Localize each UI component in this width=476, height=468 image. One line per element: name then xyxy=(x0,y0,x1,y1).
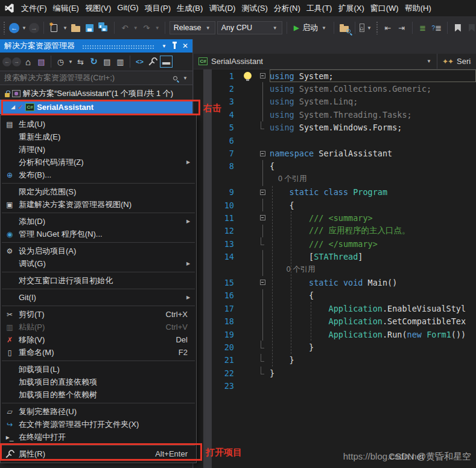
pin-icon[interactable] xyxy=(174,43,176,49)
save-all-icon[interactable] xyxy=(98,22,110,34)
fold-margin[interactable] xyxy=(255,69,270,82)
undo-dropdown[interactable]: ▼ xyxy=(133,25,138,31)
project-dropdown[interactable]: C# SerialAssistant ▼ xyxy=(194,54,437,69)
code-line-14[interactable]: 14 [STAThread] xyxy=(194,250,476,263)
new-file-icon[interactable]: ✱ xyxy=(48,22,60,34)
context-menu-item-9[interactable]: 添加(D)▶ xyxy=(1,215,196,228)
type-dropdown[interactable]: ✦✦ SerialAssistant xyxy=(437,54,476,69)
code-line-18[interactable]: 18 Application.SetCompatibleTex xyxy=(194,315,476,327)
context-menu-item-30[interactable]: ▸_在终端中打开 xyxy=(1,431,196,443)
navigate-forward-button[interactable]: → xyxy=(29,23,39,33)
codelens-row[interactable]: 0 个引用 xyxy=(194,263,476,276)
menu-item-5[interactable]: 生成(B) xyxy=(174,3,205,14)
platform-select[interactable]: Any CPU▼ xyxy=(217,21,282,34)
view-code-icon[interactable]: ⇥ xyxy=(396,22,408,34)
context-menu-item-32[interactable]: 属性(R)Alt+Enter xyxy=(1,447,196,460)
code-line-7[interactable]: 7namespace SerialAssistant xyxy=(194,147,476,159)
close-icon[interactable]: ✕ xyxy=(182,42,188,50)
menu-item-3[interactable]: Git(G) xyxy=(115,3,141,14)
context-menu-item-0[interactable]: ▤生成(U) xyxy=(1,118,196,130)
find-in-files-icon[interactable] xyxy=(338,22,351,34)
code-line-3[interactable]: 3using System.Linq; xyxy=(194,95,476,108)
context-menu-item-25[interactable]: 加载项目的直接依赖项 xyxy=(1,376,196,388)
menu-item-9[interactable]: 工具(T) xyxy=(304,3,335,14)
navigate-back-button[interactable]: ← xyxy=(9,23,19,33)
show-all-files-icon[interactable]: ▥ xyxy=(114,56,127,68)
configuration-select[interactable]: Release▼ xyxy=(170,21,215,34)
code-line-4[interactable]: 4using System.Threading.Tasks; xyxy=(194,108,476,121)
search-dropdown[interactable]: ▼ xyxy=(183,75,188,81)
explorer-back-icon[interactable]: ← xyxy=(2,57,11,66)
toggle-bookmark-icon[interactable] xyxy=(452,22,464,34)
menu-item-8[interactable]: 分析(N) xyxy=(271,3,303,14)
code-line-8[interactable]: 8{ xyxy=(194,160,476,173)
menu-item-1[interactable]: 编辑(E) xyxy=(51,3,81,14)
properties-icon[interactable] xyxy=(147,56,159,68)
code-line-22[interactable]: 22} xyxy=(194,367,476,379)
collapse-all-icon[interactable]: ▤ xyxy=(101,56,113,68)
project-node-serialassistant[interactable]: ◢ ✓ C# SerialAssistant xyxy=(0,100,192,114)
context-menu-item-28[interactable]: ▱复制完整路径(U) xyxy=(1,405,196,418)
menu-item-12[interactable]: 帮助(H) xyxy=(402,3,434,14)
solution-explorer-titlebar[interactable]: 解决方案资源管理器 ▼ ✕ xyxy=(0,39,192,53)
code-line-13[interactable]: 13 /// </summary> xyxy=(194,237,476,250)
code-line-21[interactable]: 21 } xyxy=(194,354,476,367)
prev-bookmark-icon[interactable] xyxy=(466,22,476,34)
home-icon[interactable]: ⌂ xyxy=(22,56,34,68)
context-menu-item-2[interactable]: 清理(N) xyxy=(1,143,196,156)
code-line-6[interactable]: 6 xyxy=(194,134,476,147)
comment-icon[interactable]: ?≣ xyxy=(431,22,443,34)
goto-last-edit-icon[interactable]: ⇤ xyxy=(382,22,394,34)
menu-item-10[interactable]: 扩展(X) xyxy=(335,3,366,14)
context-menu-item-7[interactable]: ▣新建解决方案资源管理器视图(N) xyxy=(1,198,196,211)
redo-dropdown[interactable]: ▼ xyxy=(155,25,160,31)
fold-margin[interactable] xyxy=(255,276,270,289)
lightbulb-icon[interactable] xyxy=(244,72,252,80)
fold-margin[interactable] xyxy=(255,147,270,159)
context-menu-item-24[interactable]: 卸载项目(L) xyxy=(1,363,196,376)
context-menu-item-20[interactable]: ▥粘贴(P)Ctrl+V xyxy=(1,321,196,333)
explorer-forward-icon[interactable]: → xyxy=(12,57,21,66)
code-area[interactable]: 1using System;2using System.Collections.… xyxy=(194,69,476,468)
context-menu-item-29[interactable]: ↪在文件资源管理器中打开文件夹(X) xyxy=(1,418,196,431)
new-file-dropdown[interactable]: ▼ xyxy=(63,25,68,31)
context-menu-item-3[interactable]: 分析和代码清理(Z)▶ xyxy=(1,156,196,168)
code-line-16[interactable]: 16 { xyxy=(194,289,476,302)
solution-node[interactable]: 解决方案“SerialAssistant”(1 个项目/共 1 个) xyxy=(0,88,192,100)
context-menu-item-22[interactable]: ▯重命名(M)F2 xyxy=(1,346,196,359)
context-menu-item-21[interactable]: ✗移除(V)Del xyxy=(1,333,196,346)
save-icon[interactable] xyxy=(84,22,96,34)
window-layout-dropdown[interactable]: ▼ xyxy=(367,25,372,31)
preview-selected-toggle[interactable]: ▬ xyxy=(160,56,173,68)
open-file-icon[interactable] xyxy=(70,22,82,34)
switch-views-icon[interactable]: ⇆ xyxy=(74,56,87,68)
refresh-icon[interactable]: ↻ xyxy=(87,56,100,68)
sync-with-active-document-icon[interactable]: ▤ xyxy=(35,56,48,68)
menu-item-7[interactable]: 测试(S) xyxy=(239,3,270,14)
filter-dropdown[interactable]: ▼ xyxy=(68,59,73,65)
redo-icon[interactable]: ↷ xyxy=(141,22,153,34)
code-line-12[interactable]: 12 /// 应用程序的主入口点。 xyxy=(194,225,476,237)
code-line-23[interactable]: 23 xyxy=(194,379,476,392)
code-line-5[interactable]: 5using System.Windows.Forms; xyxy=(194,121,476,134)
start-debug-button[interactable]: ▶ 启动 ▼ xyxy=(291,22,329,33)
menu-item-6[interactable]: 调试(D) xyxy=(206,3,238,14)
solution-search-box[interactable]: 搜索解决方案资源管理器(Ctrl+;) ▼ xyxy=(0,71,192,85)
context-menu-item-15[interactable]: 对交互窗口进行项目初始化 xyxy=(1,274,196,287)
pending-changes-filter-icon[interactable]: ◷ xyxy=(54,56,67,68)
code-line-2[interactable]: 2using System.Collections.Generic; xyxy=(194,82,476,95)
context-menu-item-19[interactable]: ✂剪切(T)Ctrl+X xyxy=(1,308,196,321)
code-view-icon[interactable]: <> xyxy=(133,56,146,68)
code-line-19[interactable]: 19 Application.Run(new Form1()) xyxy=(194,328,476,341)
context-menu-item-17[interactable]: Git(I)▶ xyxy=(1,291,196,304)
menu-item-11[interactable]: 窗口(W) xyxy=(368,3,401,14)
indent-icon[interactable]: ≣ xyxy=(417,22,429,34)
code-line-15[interactable]: 15 static void Main() xyxy=(194,276,476,289)
fold-margin[interactable] xyxy=(255,186,270,199)
menu-item-0[interactable]: 文件(F) xyxy=(19,3,49,14)
context-menu-item-4[interactable]: ⊕发布(B)... xyxy=(1,168,196,181)
code-line-1[interactable]: 1using System; xyxy=(194,69,476,82)
menu-item-2[interactable]: 视图(V) xyxy=(83,3,113,14)
context-menu-item-6[interactable]: 限定为此范围(S) xyxy=(1,185,196,198)
undo-icon[interactable]: ↶ xyxy=(119,22,131,34)
